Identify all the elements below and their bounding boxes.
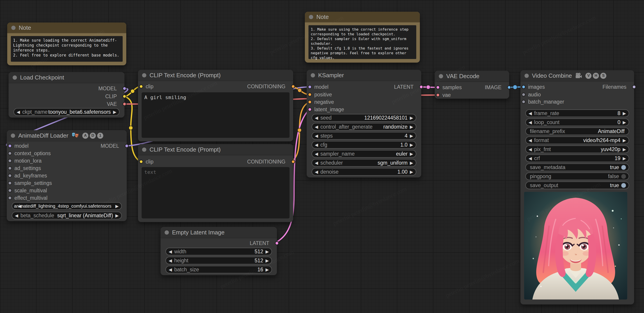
collapse-dot[interactable] [142,73,146,77]
decrement-icon[interactable]: ◀ [17,110,20,114]
input-port-negative[interactable] [308,100,312,104]
input-port-images[interactable] [522,85,526,89]
vae-decode-node[interactable]: VAE Decode samples vae IMAGE [435,71,509,99]
output-port-conditioning[interactable] [291,160,295,164]
input-port-model[interactable] [8,144,12,148]
node-header[interactable]: Load Checkpoint [8,72,124,83]
model-name-widget[interactable]: animatediff_lightning_4step_comfyui.safe… [12,202,122,210]
collapse-dot[interactable] [142,148,146,152]
collapse-dot[interactable] [13,75,17,80]
animatediff-loader-node[interactable]: AnimateDiff Loader A D 1 model context_o… [7,130,127,221]
clip-text-encode-positive-node[interactable]: CLIP Text Encode (Prompt) clip CONDITION… [138,70,293,142]
save-output-toggle[interactable]: save_output true [526,181,629,189]
node-header[interactable]: Video Combine V H S [520,70,634,81]
collapse-dot[interactable] [309,15,313,19]
output-port-latent[interactable] [275,241,279,245]
beta-schedule-widget[interactable]: ◀ beta_schedule sqrt_linear (AnimateDiff… [12,212,122,219]
decrement-icon[interactable]: ◀ [169,259,172,263]
empty-latent-image-node[interactable]: Empty Latent Image LATENT ◀ width 512 ▶ … [160,227,277,275]
decrement-icon[interactable]: ◀ [528,147,532,152]
video-combine-node[interactable]: Video Combine V H S images audio batch_m… [520,70,634,305]
decrement-icon[interactable]: ◀ [528,138,532,143]
input-port-audio[interactable] [522,93,526,97]
decrement-icon[interactable]: ◀ [18,204,22,208]
decrement-icon[interactable]: ◀ [315,152,318,156]
increment-icon[interactable]: ▶ [113,110,116,114]
height-widget[interactable]: ◀ height 512 ▶ [166,257,272,264]
node-header[interactable]: Empty Latent Image [160,227,277,238]
sampler-name-widget[interactable]: ◀ sampler_name euler ▶ [312,150,416,158]
input-port-latent-image[interactable] [308,107,312,112]
seed-widget[interactable]: ◀ seed 121690224458101 ▶ [312,114,416,122]
control-after-generate-widget[interactable]: ◀ control_after_generate randomize ▶ [312,123,416,131]
increment-icon[interactable]: ▶ [622,120,626,125]
decrement-icon[interactable]: ◀ [15,213,18,218]
input-port-sample-settings[interactable] [8,181,12,185]
increment-icon[interactable]: ▶ [410,152,413,156]
increment-icon[interactable]: ▶ [266,250,269,254]
input-port-positive[interactable] [308,93,312,97]
note-header[interactable]: Note [7,22,126,33]
node-header[interactable]: KSampler [307,70,421,81]
increment-icon[interactable]: ▶ [115,213,118,218]
output-port-clip[interactable] [122,94,126,98]
note-text[interactable]: 1. Make sure loading the correct Animate… [11,36,123,62]
prompt-textarea[interactable]: A girl smiling [142,92,290,138]
frame-rate-widget[interactable]: ◀ frame_rate 8 ▶ [526,109,629,117]
decrement-icon[interactable]: ◀ [528,156,532,160]
collapse-dot[interactable] [524,74,529,78]
format-widget[interactable]: ◀ format video/h264-mp4 ▶ [526,137,629,144]
ksampler-node[interactable]: KSampler model positive negative latent_… [307,70,421,177]
prompt-textarea-empty[interactable]: text [142,167,290,218]
collapse-dot[interactable] [311,73,315,77]
note-node-animatediff[interactable]: Note 1. Make sure loading the correct An… [7,22,126,65]
collapse-dot[interactable] [164,230,169,235]
input-port-ad-settings[interactable] [8,166,12,170]
increment-icon[interactable]: ▶ [410,125,413,129]
pix-fmt-widget[interactable]: ◀ pix_fmt yuv420p ▶ [526,146,629,153]
node-header[interactable]: CLIP Text Encode (Prompt) [138,144,293,155]
input-port-samples[interactable] [436,85,440,89]
output-port-vae[interactable] [122,102,126,106]
input-port-context-options[interactable] [8,151,12,155]
input-port-scale-multival[interactable] [8,188,12,192]
decrement-icon[interactable]: ◀ [315,161,318,165]
clip-text-encode-negative-node[interactable]: CLIP Text Encode (Prompt) clip CONDITION… [138,144,293,222]
decrement-icon[interactable]: ◀ [315,125,318,129]
node-header[interactable]: VAE Decode [435,71,509,82]
scheduler-widget[interactable]: ◀ scheduler sgm_uniform ▶ [312,159,416,167]
ckpt-name-widget[interactable]: ◀ ckpt_name toonyou_beta6.safetensors ▶ [14,108,120,116]
increment-icon[interactable]: ▶ [410,170,413,174]
decrement-icon[interactable]: ◀ [315,116,318,120]
increment-icon[interactable]: ▶ [410,134,413,138]
load-checkpoint-node[interactable]: Load Checkpoint MODEL CLIP VAE ◀ ckpt_na… [8,72,124,118]
note-node-ksampler[interactable]: Note 1. Make sure using the correct infe… [305,12,420,63]
increment-icon[interactable]: ▶ [410,143,413,147]
decrement-icon[interactable]: ◀ [169,250,172,254]
output-port-latent[interactable] [419,85,423,89]
increment-icon[interactable]: ▶ [266,268,269,272]
decrement-icon[interactable]: ◀ [315,170,318,174]
input-port-clip[interactable] [139,160,143,164]
increment-icon[interactable]: ▶ [410,161,413,165]
input-port-clip[interactable] [139,84,143,89]
denoise-widget[interactable]: ◀ denoise 1.00 ▶ [312,168,416,176]
collapse-dot[interactable] [11,134,15,138]
input-port-motion-lora[interactable] [8,159,12,163]
increment-icon[interactable]: ▶ [622,147,626,152]
cfg-widget[interactable]: ◀ cfg 1.0 ▶ [312,141,416,149]
increment-icon[interactable]: ▶ [622,111,626,116]
steps-widget[interactable]: ◀ steps 4 ▶ [312,132,416,140]
input-port-ad-keyframes[interactable] [8,174,12,178]
input-port-vae[interactable] [436,93,440,97]
note-text[interactable]: 1. Make sure using the correct inference… [308,25,416,59]
output-port-model[interactable] [122,86,126,91]
output-port-filenames[interactable] [632,85,636,89]
input-port-model[interactable] [308,85,312,89]
decrement-icon[interactable]: ◀ [315,143,318,147]
increment-icon[interactable]: ▶ [622,156,626,160]
output-port-conditioning[interactable] [291,84,295,89]
note-header[interactable]: Note [305,12,420,22]
decrement-icon[interactable]: ◀ [528,111,532,116]
decrement-icon[interactable]: ◀ [315,134,318,138]
